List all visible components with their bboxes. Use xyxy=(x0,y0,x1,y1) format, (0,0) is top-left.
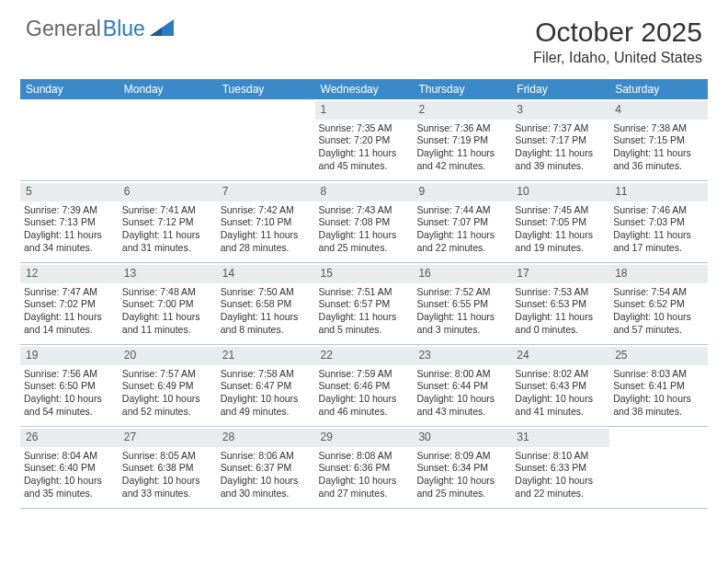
daylight-line: Daylight: 10 hours and 30 minutes. xyxy=(221,475,312,500)
day-cell: 26Sunrise: 8:04 AMSunset: 6:40 PMDayligh… xyxy=(20,427,119,508)
sunrise-line: Sunrise: 7:48 AM xyxy=(122,286,213,299)
sunrise-line: Sunrise: 8:09 AM xyxy=(416,450,507,463)
sunrise-line: Sunrise: 7:37 AM xyxy=(515,122,606,135)
day-number: 29 xyxy=(315,429,414,447)
title-block: October 2025 Filer, Idaho, United States xyxy=(533,17,702,66)
day-number: 8 xyxy=(315,183,414,201)
day-cell: 2Sunrise: 7:36 AMSunset: 7:19 PMDaylight… xyxy=(413,99,511,180)
day-number: 1 xyxy=(315,101,414,120)
day-number: 27 xyxy=(119,429,217,447)
day-header: Wednesday xyxy=(315,79,414,99)
sunset-line: Sunset: 6:55 PM xyxy=(416,298,507,311)
daylight-line: Daylight: 11 hours and 22 minutes. xyxy=(416,229,507,254)
daylight-line: Daylight: 10 hours and 38 minutes. xyxy=(613,393,704,418)
sunset-line: Sunset: 6:50 PM xyxy=(24,380,115,393)
daylight-line: Daylight: 10 hours and 27 minutes. xyxy=(319,475,410,500)
sunrise-line: Sunrise: 7:58 AM xyxy=(221,368,312,381)
day-cell: . xyxy=(609,427,708,508)
day-cell: 17Sunrise: 7:53 AMSunset: 6:53 PMDayligh… xyxy=(511,263,609,344)
day-number: 31 xyxy=(511,429,609,447)
day-number: 18 xyxy=(609,265,708,283)
day-number: 7 xyxy=(217,183,315,201)
sunset-line: Sunset: 6:37 PM xyxy=(221,462,312,475)
day-cell: 3Sunrise: 7:37 AMSunset: 7:17 PMDaylight… xyxy=(511,99,609,180)
daylight-line: Daylight: 10 hours and 33 minutes. xyxy=(122,475,213,500)
sunrise-line: Sunrise: 7:41 AM xyxy=(122,204,213,217)
day-number: 10 xyxy=(511,183,609,201)
sunrise-line: Sunrise: 8:00 AM xyxy=(416,368,507,381)
day-number: 13 xyxy=(119,265,217,283)
sunrise-line: Sunrise: 7:39 AM xyxy=(24,204,115,217)
daylight-line: Daylight: 10 hours and 43 minutes. xyxy=(416,393,507,418)
sunrise-line: Sunrise: 7:38 AM xyxy=(613,122,704,135)
sunset-line: Sunset: 7:12 PM xyxy=(122,216,213,229)
day-cell: 20Sunrise: 7:57 AMSunset: 6:49 PMDayligh… xyxy=(119,345,217,426)
sunrise-line: Sunrise: 8:06 AM xyxy=(221,450,312,463)
sunrise-line: Sunrise: 7:44 AM xyxy=(416,204,507,217)
day-cell: 30Sunrise: 8:09 AMSunset: 6:34 PMDayligh… xyxy=(413,427,511,508)
sunset-line: Sunset: 7:20 PM xyxy=(319,134,410,147)
day-cell: 23Sunrise: 8:00 AMSunset: 6:44 PMDayligh… xyxy=(413,345,511,426)
day-cell: 29Sunrise: 8:08 AMSunset: 6:36 PMDayligh… xyxy=(315,427,414,508)
daylight-line: Daylight: 10 hours and 35 minutes. xyxy=(24,475,115,500)
sunrise-line: Sunrise: 7:56 AM xyxy=(24,368,115,381)
header: GeneralBlue October 2025 Filer, Idaho, U… xyxy=(0,0,728,72)
sunset-line: Sunset: 6:34 PM xyxy=(416,462,507,475)
sunset-line: Sunset: 7:07 PM xyxy=(416,216,507,229)
day-cell: 31Sunrise: 8:10 AMSunset: 6:33 PMDayligh… xyxy=(511,427,609,508)
day-number: 26 xyxy=(20,429,119,447)
day-cell: 7Sunrise: 7:42 AMSunset: 7:10 PMDaylight… xyxy=(217,181,315,262)
location-text: Filer, Idaho, United States xyxy=(533,50,702,66)
day-number: 24 xyxy=(511,347,609,365)
day-number: 11 xyxy=(609,183,708,201)
day-number: 14 xyxy=(217,265,315,283)
day-header: Sunday xyxy=(20,79,119,99)
daylight-line: Daylight: 10 hours and 41 minutes. xyxy=(515,393,606,418)
day-number: 9 xyxy=(413,183,511,201)
sunset-line: Sunset: 7:13 PM xyxy=(24,216,115,229)
sunrise-line: Sunrise: 8:03 AM xyxy=(613,368,704,381)
day-header: Monday xyxy=(119,79,217,99)
day-cell: 5Sunrise: 7:39 AMSunset: 7:13 PMDaylight… xyxy=(20,181,119,262)
day-number: 5 xyxy=(20,183,119,201)
sunset-line: Sunset: 6:33 PM xyxy=(515,462,606,475)
day-header: Tuesday xyxy=(217,79,315,99)
month-title: October 2025 xyxy=(533,17,702,48)
sunrise-line: Sunrise: 7:36 AM xyxy=(416,122,507,135)
sunrise-line: Sunrise: 7:46 AM xyxy=(613,204,704,217)
day-cell: 13Sunrise: 7:48 AMSunset: 7:00 PMDayligh… xyxy=(119,263,217,344)
daylight-line: Daylight: 11 hours and 11 minutes. xyxy=(122,311,213,336)
daylight-line: Daylight: 11 hours and 36 minutes. xyxy=(613,147,704,172)
sunset-line: Sunset: 6:38 PM xyxy=(122,462,213,475)
daylight-line: Daylight: 10 hours and 25 minutes. xyxy=(416,475,507,500)
day-cell: 9Sunrise: 7:44 AMSunset: 7:07 PMDaylight… xyxy=(413,181,511,262)
day-header: Friday xyxy=(511,79,609,99)
daylight-line: Daylight: 11 hours and 3 minutes. xyxy=(416,311,507,336)
sunrise-line: Sunrise: 7:47 AM xyxy=(24,286,115,299)
day-cell: 14Sunrise: 7:50 AMSunset: 6:58 PMDayligh… xyxy=(217,263,315,344)
day-number: 23 xyxy=(413,347,511,365)
sunrise-line: Sunrise: 8:05 AM xyxy=(122,450,213,463)
day-header-row: SundayMondayTuesdayWednesdayThursdayFrid… xyxy=(20,79,708,99)
day-cell: . xyxy=(20,99,119,180)
daylight-line: Daylight: 10 hours and 52 minutes. xyxy=(122,393,213,418)
daylight-line: Daylight: 11 hours and 42 minutes. xyxy=(416,147,507,172)
sunrise-line: Sunrise: 8:02 AM xyxy=(515,368,606,381)
daylight-line: Daylight: 10 hours and 46 minutes. xyxy=(319,393,410,418)
sunset-line: Sunset: 6:36 PM xyxy=(319,462,410,475)
calendar: SundayMondayTuesdayWednesdayThursdayFrid… xyxy=(20,79,708,509)
day-number: 15 xyxy=(315,265,414,283)
sunrise-line: Sunrise: 7:57 AM xyxy=(122,368,213,381)
sunrise-line: Sunrise: 7:51 AM xyxy=(319,286,410,299)
daylight-line: Daylight: 11 hours and 25 minutes. xyxy=(319,229,410,254)
daylight-line: Daylight: 11 hours and 5 minutes. xyxy=(319,311,410,336)
daylight-line: Daylight: 10 hours and 54 minutes. xyxy=(24,393,115,418)
sunrise-line: Sunrise: 7:53 AM xyxy=(515,286,606,299)
sunset-line: Sunset: 7:00 PM xyxy=(122,298,213,311)
sunset-line: Sunset: 6:47 PM xyxy=(221,380,312,393)
daylight-line: Daylight: 11 hours and 0 minutes. xyxy=(515,311,606,336)
day-number: 28 xyxy=(217,429,315,447)
day-number: 16 xyxy=(413,265,511,283)
day-cell: 24Sunrise: 8:02 AMSunset: 6:43 PMDayligh… xyxy=(511,345,609,426)
day-cell: 16Sunrise: 7:52 AMSunset: 6:55 PMDayligh… xyxy=(413,263,511,344)
